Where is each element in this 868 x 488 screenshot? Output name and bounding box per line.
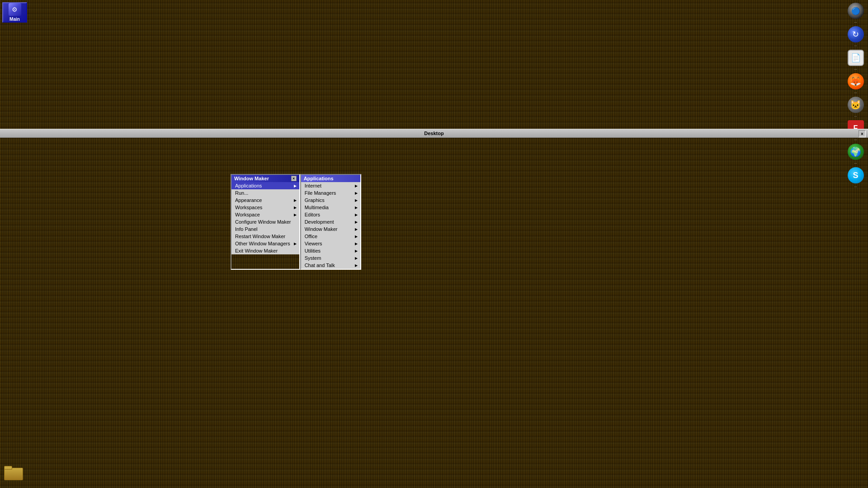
main-button[interactable]: ⚙ Main: [2, 2, 27, 23]
dock-icon-skype[interactable]: S ...: [845, 167, 867, 188]
dock-icon-label-7: ...: [854, 160, 857, 164]
dock-icon-label-4: ...: [854, 90, 857, 94]
taskbar-close-button[interactable]: ×: [859, 130, 866, 137]
menu-item-appearance[interactable]: Appearance ▶: [231, 197, 299, 204]
menu-item-editors[interactable]: Editors ▶: [301, 211, 360, 218]
window-maker-menu-body: Applications ▶ Run... Appearance ▶ Works…: [231, 182, 299, 254]
desktop: Desktop × ⚙ Main 🔵 ... ↻ ... 📄 ...: [0, 0, 868, 488]
menu-item-system[interactable]: System ▶: [301, 254, 360, 262]
menu-item-workspace[interactable]: Workspace ▶: [231, 211, 299, 218]
menu-item-window-maker-sub[interactable]: Window Maker ▶: [301, 225, 360, 233]
window-maker-menu-close[interactable]: ×: [291, 176, 297, 181]
dock-icon-label-3: ...: [854, 66, 857, 70]
dock-icon-settings[interactable]: ↻ ...: [845, 26, 867, 47]
menu-item-utilities[interactable]: Utilities ▶: [301, 247, 360, 254]
dock-icon-label: ...: [854, 19, 857, 23]
bottom-left-folder[interactable]: [2, 461, 25, 483]
desktop-label: Desktop: [424, 131, 443, 136]
taskbar: Desktop ×: [0, 129, 868, 138]
menu-item-development[interactable]: Development ▶: [301, 218, 360, 225]
dock-icon-document[interactable]: 📄 ...: [845, 49, 867, 71]
dock-icon-label-8: ...: [854, 184, 857, 188]
applications-menu-body: Internet ▶ File Managers ▶ Graphics ▶ Mu…: [301, 182, 360, 269]
menu-item-workspaces[interactable]: Workspaces ▶: [231, 204, 299, 211]
window-maker-menu: Window Maker × Applications ▶ Run... App…: [231, 174, 300, 270]
right-dock: 🔵 ... ↻ ... 📄 ... 🦊 ... 🐱 ...: [843, 0, 868, 488]
main-button-label: Main: [9, 17, 20, 22]
applications-menu-title: Applications: [301, 175, 360, 182]
menu-item-configure[interactable]: Configure Window Maker: [231, 218, 299, 225]
menu-item-chat[interactable]: Chat and Talk ▶: [301, 262, 360, 269]
applications-menu: Applications Internet ▶ File Managers ▶ …: [300, 174, 361, 270]
menu-item-viewers[interactable]: Viewers ▶: [301, 240, 360, 247]
menu-item-multimedia[interactable]: Multimedia ▶: [301, 204, 360, 211]
menu-item-run[interactable]: Run...: [231, 189, 299, 197]
menu-item-graphics[interactable]: Graphics ▶: [301, 197, 360, 204]
menu-item-file-managers[interactable]: File Managers ▶: [301, 189, 360, 197]
menu-item-restart[interactable]: Restart Window Maker: [231, 233, 299, 240]
menu-container: Window Maker × Applications ▶ Run... App…: [231, 174, 361, 270]
menu-item-office[interactable]: Office ▶: [301, 233, 360, 240]
menu-item-internet[interactable]: Internet ▶: [301, 182, 360, 189]
dock-icon-firefox[interactable]: 🦊 ...: [845, 73, 867, 94]
dock-icon-label-5: ...: [854, 113, 857, 117]
dock-icon-earth[interactable]: 🌍 ...: [845, 143, 867, 165]
window-maker-menu-title: Window Maker ×: [231, 175, 299, 182]
dock-icon-cat[interactable]: 🐱 ...: [845, 96, 867, 118]
dock-icon-wmaker[interactable]: 🔵 ...: [845, 2, 867, 24]
menu-item-exit[interactable]: Exit Window Maker: [231, 247, 299, 254]
menu-item-applications[interactable]: Applications ▶: [231, 182, 299, 189]
menu-item-other-wm[interactable]: Other Window Managers ▶: [231, 240, 299, 247]
dock-icon-label-2: ...: [854, 43, 857, 47]
menu-item-info[interactable]: Info Panel: [231, 225, 299, 233]
